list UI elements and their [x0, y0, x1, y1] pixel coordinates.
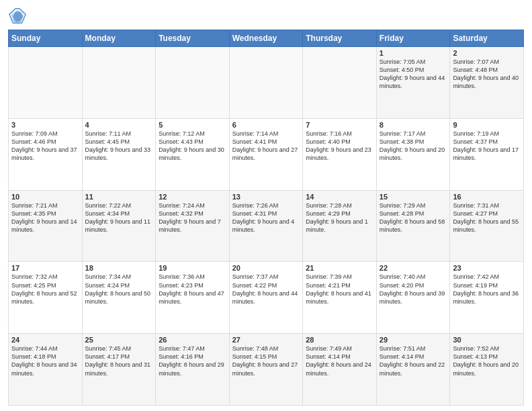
day-cell: 2Sunrise: 7:07 AM Sunset: 4:48 PM Daylig…	[450, 47, 524, 119]
day-number: 22	[380, 264, 447, 272]
day-info: Sunrise: 7:44 AM Sunset: 4:18 PM Dayligh…	[11, 345, 79, 377]
day-cell: 25Sunrise: 7:45 AM Sunset: 4:17 PM Dayli…	[82, 334, 156, 406]
day-info: Sunrise: 7:24 AM Sunset: 4:32 PM Dayligh…	[159, 201, 226, 234]
day-number: 28	[306, 336, 373, 344]
header	[8, 7, 524, 26]
day-number: 19	[159, 264, 226, 272]
day-cell: 3Sunrise: 7:09 AM Sunset: 4:46 PM Daylig…	[9, 118, 83, 190]
day-number: 16	[453, 193, 521, 201]
week-row-0: 1Sunrise: 7:05 AM Sunset: 4:50 PM Daylig…	[9, 47, 524, 119]
day-cell	[9, 47, 83, 119]
day-info: Sunrise: 7:36 AM Sunset: 4:23 PM Dayligh…	[159, 273, 226, 306]
day-number: 18	[85, 264, 153, 272]
day-number: 3	[11, 121, 79, 129]
day-info: Sunrise: 7:31 AM Sunset: 4:27 PM Dayligh…	[453, 201, 521, 234]
day-number: 4	[85, 121, 153, 129]
day-number: 15	[380, 193, 447, 201]
day-cell: 4Sunrise: 7:11 AM Sunset: 4:45 PM Daylig…	[82, 118, 156, 190]
day-info: Sunrise: 7:11 AM Sunset: 4:45 PM Dayligh…	[85, 130, 153, 163]
day-info: Sunrise: 7:32 AM Sunset: 4:25 PM Dayligh…	[11, 273, 79, 306]
day-info: Sunrise: 7:29 AM Sunset: 4:28 PM Dayligh…	[380, 201, 447, 234]
day-number: 9	[453, 121, 521, 129]
day-info: Sunrise: 7:14 AM Sunset: 4:41 PM Dayligh…	[232, 130, 300, 163]
day-cell: 19Sunrise: 7:36 AM Sunset: 4:23 PM Dayli…	[156, 262, 230, 334]
day-number: 25	[85, 336, 153, 344]
day-cell: 26Sunrise: 7:47 AM Sunset: 4:16 PM Dayli…	[156, 334, 230, 406]
day-info: Sunrise: 7:17 AM Sunset: 4:38 PM Dayligh…	[380, 130, 447, 163]
day-info: Sunrise: 7:21 AM Sunset: 4:35 PM Dayligh…	[11, 201, 79, 234]
day-cell: 11Sunrise: 7:22 AM Sunset: 4:34 PM Dayli…	[82, 190, 156, 262]
day-info: Sunrise: 7:12 AM Sunset: 4:43 PM Dayligh…	[159, 130, 226, 163]
day-cell: 5Sunrise: 7:12 AM Sunset: 4:43 PM Daylig…	[156, 118, 230, 190]
day-number: 10	[11, 193, 79, 201]
day-info: Sunrise: 7:37 AM Sunset: 4:22 PM Dayligh…	[232, 273, 300, 306]
day-cell: 28Sunrise: 7:49 AM Sunset: 4:14 PM Dayli…	[303, 334, 377, 406]
logo	[8, 7, 30, 26]
header-saturday: Saturday	[450, 30, 524, 47]
day-cell: 20Sunrise: 7:37 AM Sunset: 4:22 PM Dayli…	[229, 262, 303, 334]
day-number: 2	[453, 49, 521, 57]
day-number: 24	[11, 336, 79, 344]
page: Sunday Monday Tuesday Wednesday Thursday…	[0, 0, 532, 411]
day-info: Sunrise: 7:45 AM Sunset: 4:17 PM Dayligh…	[85, 345, 153, 377]
day-cell: 16Sunrise: 7:31 AM Sunset: 4:27 PM Dayli…	[450, 190, 524, 262]
day-cell	[303, 47, 377, 119]
day-cell	[156, 47, 230, 119]
calendar-table: Sunday Monday Tuesday Wednesday Thursday…	[8, 30, 524, 406]
day-cell	[82, 47, 156, 119]
day-cell: 30Sunrise: 7:52 AM Sunset: 4:13 PM Dayli…	[450, 334, 524, 406]
header-tuesday: Tuesday	[156, 30, 230, 47]
day-cell: 22Sunrise: 7:40 AM Sunset: 4:20 PM Dayli…	[376, 262, 450, 334]
day-cell: 29Sunrise: 7:51 AM Sunset: 4:14 PM Dayli…	[376, 334, 450, 406]
day-info: Sunrise: 7:28 AM Sunset: 4:29 PM Dayligh…	[306, 201, 373, 234]
day-info: Sunrise: 7:22 AM Sunset: 4:34 PM Dayligh…	[85, 201, 153, 234]
day-number: 7	[306, 121, 373, 129]
header-wednesday: Wednesday	[229, 30, 303, 47]
week-row-2: 10Sunrise: 7:21 AM Sunset: 4:35 PM Dayli…	[9, 190, 524, 262]
day-number: 27	[232, 336, 300, 344]
day-number: 26	[159, 336, 226, 344]
day-cell: 8Sunrise: 7:17 AM Sunset: 4:38 PM Daylig…	[376, 118, 450, 190]
day-cell: 13Sunrise: 7:26 AM Sunset: 4:31 PM Dayli…	[229, 190, 303, 262]
day-cell: 18Sunrise: 7:34 AM Sunset: 4:24 PM Dayli…	[82, 262, 156, 334]
day-number: 6	[232, 121, 300, 129]
logo-icon	[8, 7, 27, 26]
day-cell: 27Sunrise: 7:48 AM Sunset: 4:15 PM Dayli…	[229, 334, 303, 406]
day-number: 17	[11, 264, 79, 272]
header-sunday: Sunday	[9, 30, 83, 47]
day-number: 20	[232, 264, 300, 272]
weekday-header-row: Sunday Monday Tuesday Wednesday Thursday…	[9, 30, 524, 47]
header-monday: Monday	[82, 30, 156, 47]
day-cell: 12Sunrise: 7:24 AM Sunset: 4:32 PM Dayli…	[156, 190, 230, 262]
day-number: 13	[232, 193, 300, 201]
calendar: Sunday Monday Tuesday Wednesday Thursday…	[8, 30, 524, 406]
day-number: 8	[380, 121, 447, 129]
day-info: Sunrise: 7:19 AM Sunset: 4:37 PM Dayligh…	[453, 130, 521, 163]
day-number: 11	[85, 193, 153, 201]
day-number: 5	[159, 121, 226, 129]
day-cell: 7Sunrise: 7:16 AM Sunset: 4:40 PM Daylig…	[303, 118, 377, 190]
day-cell: 14Sunrise: 7:28 AM Sunset: 4:29 PM Dayli…	[303, 190, 377, 262]
day-info: Sunrise: 7:40 AM Sunset: 4:20 PM Dayligh…	[380, 273, 447, 306]
week-row-4: 24Sunrise: 7:44 AM Sunset: 4:18 PM Dayli…	[9, 334, 524, 406]
day-cell: 21Sunrise: 7:39 AM Sunset: 4:21 PM Dayli…	[303, 262, 377, 334]
day-info: Sunrise: 7:34 AM Sunset: 4:24 PM Dayligh…	[85, 273, 153, 306]
day-cell: 6Sunrise: 7:14 AM Sunset: 4:41 PM Daylig…	[229, 118, 303, 190]
day-info: Sunrise: 7:16 AM Sunset: 4:40 PM Dayligh…	[306, 130, 373, 163]
day-info: Sunrise: 7:05 AM Sunset: 4:50 PM Dayligh…	[380, 58, 447, 91]
day-number: 12	[159, 193, 226, 201]
day-number: 30	[453, 336, 521, 344]
day-number: 29	[380, 336, 447, 344]
week-row-1: 3Sunrise: 7:09 AM Sunset: 4:46 PM Daylig…	[9, 118, 524, 190]
day-number: 14	[306, 193, 373, 201]
day-number: 1	[380, 49, 447, 57]
day-info: Sunrise: 7:07 AM Sunset: 4:48 PM Dayligh…	[453, 58, 521, 91]
day-info: Sunrise: 7:48 AM Sunset: 4:15 PM Dayligh…	[232, 345, 300, 377]
day-info: Sunrise: 7:42 AM Sunset: 4:19 PM Dayligh…	[453, 273, 521, 306]
day-info: Sunrise: 7:49 AM Sunset: 4:14 PM Dayligh…	[306, 345, 373, 377]
day-number: 23	[453, 264, 521, 272]
day-info: Sunrise: 7:39 AM Sunset: 4:21 PM Dayligh…	[306, 273, 373, 306]
day-cell: 17Sunrise: 7:32 AM Sunset: 4:25 PM Dayli…	[9, 262, 83, 334]
day-info: Sunrise: 7:26 AM Sunset: 4:31 PM Dayligh…	[232, 201, 300, 234]
header-thursday: Thursday	[303, 30, 377, 47]
